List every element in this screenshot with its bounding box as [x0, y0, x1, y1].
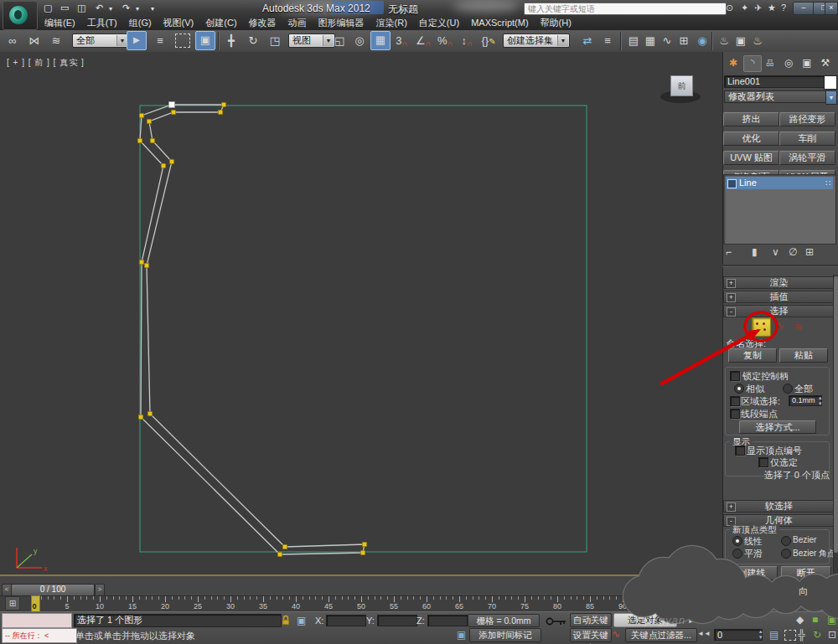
mini-curve-editor-icon[interactable]: ⊞: [5, 596, 20, 611]
absolute-mode-icon[interactable]: ▣: [297, 615, 306, 626]
tab-hierarchy-icon[interactable]: 品: [762, 55, 779, 70]
spline-subobject-icon[interactable]: ≋: [794, 322, 803, 333]
keyboard-override-toggle[interactable]: ▦: [370, 31, 391, 50]
set-key-button[interactable]: 设置关键点: [570, 628, 612, 642]
pan-view-icon[interactable]: ╬: [798, 629, 805, 641]
graphite-ribbon-icon[interactable]: ▦: [641, 32, 660, 49]
break-button[interactable]: 断开: [781, 566, 831, 580]
area-threshold-field[interactable]: 0.1mm: [789, 395, 822, 406]
menu-item-6[interactable]: 动画: [282, 16, 313, 30]
tab-create-icon[interactable]: ✱: [725, 55, 742, 70]
schematic-view-icon[interactable]: ⊞: [675, 32, 693, 49]
z-coordinate-field[interactable]: [427, 615, 468, 626]
window-crossing-toggle[interactable]: ▣: [195, 31, 215, 50]
menu-item-8[interactable]: 渲染(R): [370, 16, 413, 30]
alike-radio[interactable]: [734, 384, 744, 394]
stack-item-line[interactable]: Line ∷: [726, 177, 833, 189]
rollout-soft-selection[interactable]: +软选择: [723, 500, 835, 513]
set-keys-key-icon[interactable]: [545, 616, 568, 626]
time-configuration-icon[interactable]: ▤: [769, 629, 779, 641]
favorites-icon[interactable]: ★: [768, 3, 776, 13]
reference-coordinate-dropdown[interactable]: 视图 ▼: [288, 33, 335, 48]
menu-item-3[interactable]: 视图(V): [158, 16, 200, 30]
zoom-region-icon[interactable]: [784, 630, 796, 641]
bind-to-spacewarp-icon[interactable]: ≋: [47, 32, 65, 49]
isolate-icon[interactable]: ▣: [457, 629, 466, 641]
angle-snap-icon[interactable]: ∠∩: [414, 32, 432, 49]
new-file-icon[interactable]: ▢: [44, 2, 52, 13]
zoom-icon[interactable]: ◆: [796, 614, 804, 626]
panel-scrollbar-thumb[interactable]: [834, 276, 838, 553]
named-selection-set-dropdown[interactable]: 创建选择集 ▼: [503, 33, 570, 48]
panel-scrollbar[interactable]: [833, 275, 838, 610]
spinner-snap-icon[interactable]: ↕∩: [458, 32, 476, 49]
menu-item-5[interactable]: 修改器: [243, 16, 282, 30]
select-and-manipulate-icon[interactable]: ◎: [350, 32, 369, 49]
redo-icon[interactable]: ↷: [122, 2, 130, 13]
tab-motion-icon[interactable]: ◎: [780, 55, 797, 70]
menu-item-10[interactable]: MAXScript(M): [465, 16, 534, 30]
key-pointer-icon[interactable]: ►: [687, 614, 697, 626]
redo-caret-icon[interactable]: ▾: [136, 3, 139, 15]
save-file-icon[interactable]: ◫: [77, 2, 85, 13]
select-and-scale-icon[interactable]: ◳: [266, 32, 284, 49]
remove-modifier-icon[interactable]: ∅: [789, 246, 797, 258]
orbit-icon[interactable]: ↻: [813, 629, 821, 641]
modifier-button-3[interactable]: 优化: [723, 131, 779, 146]
menu-item-4[interactable]: 创建(C): [199, 16, 242, 30]
key-mode-curve-icon[interactable]: ∿: [612, 628, 620, 640]
modifier-button-1[interactable]: 挤出: [723, 112, 779, 126]
show-end-result-icon[interactable]: ▮: [752, 246, 758, 258]
communication-icon[interactable]: ✈: [754, 3, 762, 13]
frame-spinner-icon[interactable]: ▴▾: [759, 628, 763, 640]
tab-utilities-icon[interactable]: ⚒: [817, 55, 834, 70]
copy-button[interactable]: 复制: [728, 348, 777, 363]
select-and-move-icon[interactable]: ╋: [222, 32, 241, 49]
show-vertex-numbers-checkbox[interactable]: [735, 446, 745, 456]
menu-item-0[interactable]: 编辑(E): [39, 16, 81, 30]
smooth-radio[interactable]: [732, 549, 742, 559]
snap-toggle-3d-icon[interactable]: 3∩: [392, 32, 411, 49]
zoom-extents-all-icon[interactable]: ▣: [827, 614, 836, 626]
edit-named-selections-icon[interactable]: {}✎: [479, 32, 498, 49]
linear-radio[interactable]: [732, 536, 742, 546]
y-coordinate-field[interactable]: [377, 615, 417, 626]
select-object-button[interactable]: ►: [127, 31, 147, 50]
maximize-viewport-icon[interactable]: ⊡: [828, 629, 836, 641]
rollout-render[interactable]: +渲染: [723, 276, 835, 289]
maxscript-listener-pane[interactable]: -- 所在行： <: [2, 628, 77, 643]
sign-in-icon[interactable]: ✦: [741, 3, 748, 13]
quick-access-menu-icon[interactable]: ▾: [151, 3, 154, 15]
vertex-subobject-button[interactable]: [752, 317, 771, 337]
select-and-rotate-icon[interactable]: ↻: [244, 32, 262, 49]
region-select-icon[interactable]: [175, 33, 190, 48]
add-time-tag-button[interactable]: 添加时间标记: [469, 628, 541, 642]
modifier-button-6[interactable]: 涡轮平滑: [779, 151, 835, 165]
x-coordinate-field[interactable]: [326, 615, 366, 626]
modifier-stack[interactable]: Line ∷: [723, 174, 836, 245]
select-and-link-icon[interactable]: ∞: [3, 32, 22, 49]
undo-caret-icon[interactable]: ▾: [109, 3, 112, 15]
time-slider[interactable]: 0 / 100: [11, 584, 95, 596]
object-name-field[interactable]: Line001: [724, 75, 825, 88]
menu-item-11[interactable]: 帮助(H): [535, 16, 577, 30]
percent-snap-icon[interactable]: %∩: [436, 32, 454, 49]
menu-item-1[interactable]: 工具(T): [81, 16, 123, 30]
tab-modify-icon[interactable]: ◝: [743, 55, 762, 72]
undo-icon[interactable]: ↶: [96, 2, 103, 13]
open-file-icon[interactable]: ▭: [60, 2, 69, 13]
rollout-selection[interactable]: -选择: [723, 305, 835, 317]
pin-stack-icon[interactable]: ⌐: [726, 246, 732, 258]
menu-item-7[interactable]: 图形编辑器: [313, 16, 370, 30]
modifier-button-5[interactable]: UVW 贴图: [723, 151, 779, 165]
menu-item-2[interactable]: 组(G): [123, 16, 158, 30]
lock-handles-checkbox[interactable]: [730, 371, 740, 381]
app-logo[interactable]: [3, 1, 38, 30]
modifier-button-4[interactable]: 车削: [779, 131, 835, 146]
render-production-icon[interactable]: ♨: [748, 32, 767, 49]
rendered-frame-icon[interactable]: ▣: [732, 32, 750, 49]
bezier-corner-radio[interactable]: [781, 549, 791, 559]
create-line-button[interactable]: 创建线: [726, 566, 778, 580]
mirror-icon[interactable]: ⇄: [578, 32, 597, 49]
auto-key-button[interactable]: 自动关键点: [570, 613, 612, 627]
